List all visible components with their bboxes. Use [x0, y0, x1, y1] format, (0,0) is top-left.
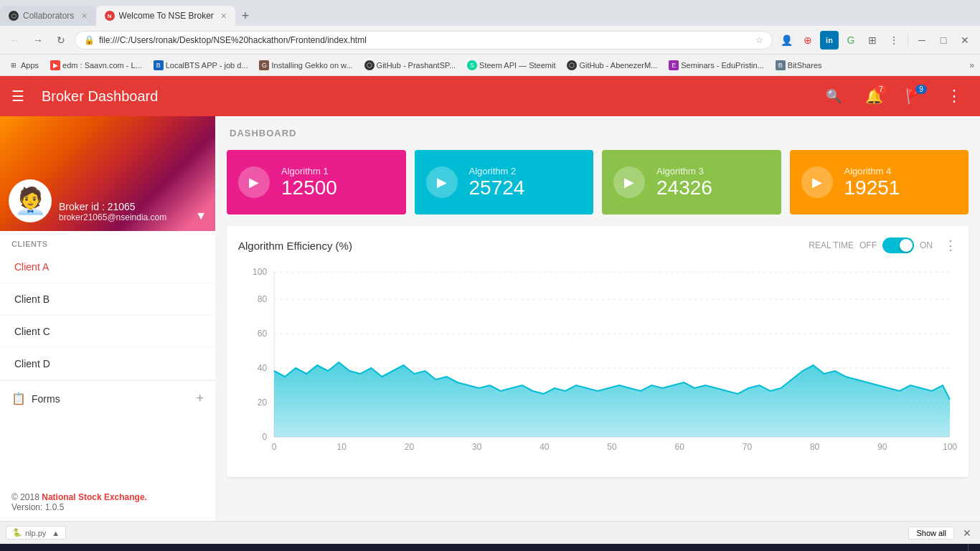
clients-section-label: Clients: [0, 231, 215, 251]
avatar: 🧑‍💼: [9, 179, 52, 222]
github1-bookmark-icon: ⬡: [364, 60, 374, 70]
sidebar-item-client-d[interactable]: Client D: [0, 348, 215, 380]
sidebar-item-client-a[interactable]: Client A: [0, 251, 215, 283]
extension3-icon[interactable]: ⋮: [885, 31, 903, 50]
star-icon[interactable]: ☆: [755, 35, 763, 45]
svg-text:60: 60: [258, 329, 268, 339]
taskbar-search-button[interactable]: 🔍: [33, 545, 59, 551]
volume-tray-item[interactable]: 🔊: [893, 544, 909, 551]
extension1-icon[interactable]: G: [842, 31, 860, 50]
flag-badge: 9: [915, 85, 927, 94]
algo-card-4[interactable]: ▶ Algorithm 4 19251: [790, 150, 969, 215]
show-all-button[interactable]: Show all: [908, 527, 954, 540]
address-bar[interactable]: 🔒 file:///C:/Users/ronak/Desktop/NSE%20h…: [75, 31, 773, 50]
tray-network-item[interactable]: U: 0.16 kB/s 3.80 kB/s: [793, 544, 834, 551]
app-wrapper: ☰ Broker Dashboard 🔍 🔔 7 🚩 9 ⋮ 🧑‍💼 Brok: [0, 76, 980, 521]
windows-start-button[interactable]: [3, 544, 32, 551]
close-tab-collaborators[interactable]: ×: [81, 10, 87, 22]
new-tab-button[interactable]: +: [235, 6, 255, 26]
algo-card-3[interactable]: ▶ Algorithm 3 24326: [602, 150, 781, 215]
svg-text:100: 100: [253, 267, 267, 277]
bookmark-edm[interactable]: ▶ edm : Saavn.com - L...: [47, 59, 145, 72]
broker-email: broker21065@nseindia.com: [59, 212, 188, 222]
linkedin-icon[interactable]: in: [820, 31, 839, 50]
svg-text:0: 0: [272, 442, 277, 452]
flags-button[interactable]: 🚩 9: [900, 82, 928, 110]
play-button-3[interactable]: ▶: [613, 166, 645, 198]
taskbar-edge-button[interactable]: e: [88, 545, 113, 551]
bookmark-seminars[interactable]: E Seminars - EduPristin...: [666, 59, 767, 72]
apps-bookmark-label: Apps: [21, 61, 39, 70]
off-label: OFF: [859, 240, 877, 250]
taskbar-word-button[interactable]: W: [224, 545, 250, 551]
dashboard-header: DASHBOARD: [215, 116, 980, 144]
show-desktop-button[interactable]: [968, 544, 974, 551]
taskbar-vscode-button[interactable]: ⬡: [197, 545, 222, 551]
reload-button[interactable]: ↻: [52, 31, 70, 50]
close-tab-nse[interactable]: ×: [221, 10, 227, 22]
taskbar-chrome-button[interactable]: 🌐: [169, 545, 195, 551]
more-icon: ⋮: [946, 87, 962, 105]
search-nav-button[interactable]: 🔍: [819, 82, 848, 110]
realtime-toggle[interactable]: [882, 237, 914, 253]
tab-nse[interactable]: N Welcome To NSE Broker ×: [96, 6, 235, 26]
opera-icon[interactable]: ⊕: [798, 31, 817, 50]
svg-text:20: 20: [258, 397, 268, 408]
taskbar-python-button[interactable]: 🐍: [251, 545, 277, 551]
extension2-icon[interactable]: ⊞: [863, 31, 882, 50]
sidebar-chevron-icon[interactable]: ▼: [195, 209, 207, 222]
play-button-1[interactable]: ▶: [238, 166, 270, 198]
tab-collaborators[interactable]: ⬡ Collaborators ×: [0, 6, 96, 26]
forms-add-icon[interactable]: +: [196, 391, 204, 406]
algo-card-1[interactable]: ▶ Algorithm 1 12500: [227, 150, 406, 215]
svg-text:50: 50: [607, 442, 617, 452]
bookmark-gekko[interactable]: G Installing Gekko on w...: [256, 59, 355, 72]
play-button-2[interactable]: ▶: [426, 166, 458, 198]
minimize-button[interactable]: ─: [913, 31, 931, 50]
menu-button[interactable]: ☰: [11, 88, 24, 105]
maximize-button[interactable]: □: [934, 31, 953, 50]
bookmark-localbts[interactable]: B LocalBTS APP - job d...: [151, 59, 251, 72]
sidebar-item-client-c[interactable]: Client C: [0, 316, 215, 348]
svg-text:10: 10: [337, 442, 347, 452]
chevron-up-icon[interactable]: ▲: [52, 529, 60, 537]
toolbar-icons: 👤 ⊕ in G ⊞ ⋮ ─ □ ✕: [777, 31, 974, 50]
bookmark-steem[interactable]: S Steem API — Steemit: [464, 59, 558, 72]
wifi-tray-item[interactable]: 📶: [875, 544, 890, 551]
taskbar-store-button[interactable]: 🛍: [142, 545, 168, 551]
forms-row[interactable]: 📋 Forms +: [0, 380, 215, 416]
desktop-label[interactable]: Desktop: [837, 544, 872, 551]
play-button-4[interactable]: ▶: [801, 166, 833, 198]
more-options-button[interactable]: ⋮: [940, 82, 969, 110]
more-bookmarks-button[interactable]: »: [969, 60, 974, 70]
ime-tray-item[interactable]: ENG: [912, 544, 935, 551]
version-text: Version: 1.0.5: [11, 502, 64, 512]
forward-button[interactable]: →: [29, 31, 47, 50]
bottom-bar: 🐍 nlp.py ▲ Show all ✕: [0, 521, 980, 544]
notifications-button[interactable]: 🔔 7: [859, 82, 888, 110]
seminars-bookmark-icon: E: [669, 60, 679, 70]
svg-text:100: 100: [943, 442, 957, 452]
copyright-text: © 2018: [11, 492, 42, 502]
svg-text:0: 0: [262, 432, 267, 442]
bookmark-github1[interactable]: ⬡ GitHub - PrashantSP...: [362, 59, 458, 72]
tray-arrow-button[interactable]: ▲: [777, 544, 791, 551]
steem-bookmark-label: Steem API — Steemit: [479, 61, 555, 70]
algo-value-3: 24326: [656, 176, 712, 199]
tab-bar: ⬡ Collaborators × N Welcome To NSE Broke…: [0, 0, 980, 26]
bookmark-bitshares[interactable]: B BitShares: [773, 59, 825, 72]
taskbar-explorer-button[interactable]: 📁: [115, 545, 141, 551]
bookmark-apps[interactable]: ⊞ Apps: [6, 59, 42, 72]
gekko-bookmark-label: Installing Gekko on w...: [271, 61, 352, 70]
sidebar-item-client-b[interactable]: Client B: [0, 283, 215, 316]
profile-icon[interactable]: 👤: [777, 31, 796, 50]
download-file[interactable]: 🐍 nlp.py ▲: [6, 526, 66, 540]
close-window-button[interactable]: ✕: [956, 31, 974, 50]
time-tray-item[interactable]: 10:49: [938, 544, 965, 551]
close-bottom-bar-button[interactable]: ✕: [960, 527, 974, 539]
bookmark-github2[interactable]: ⬡ GitHub - AbenezerM...: [564, 59, 660, 72]
back-button[interactable]: ←: [6, 31, 24, 50]
chart-more-icon[interactable]: ⋮: [944, 237, 957, 253]
taskbar-task-view-button[interactable]: ⊞: [60, 545, 86, 551]
algo-card-2[interactable]: ▶ Algorithm 2 25724: [415, 150, 594, 215]
